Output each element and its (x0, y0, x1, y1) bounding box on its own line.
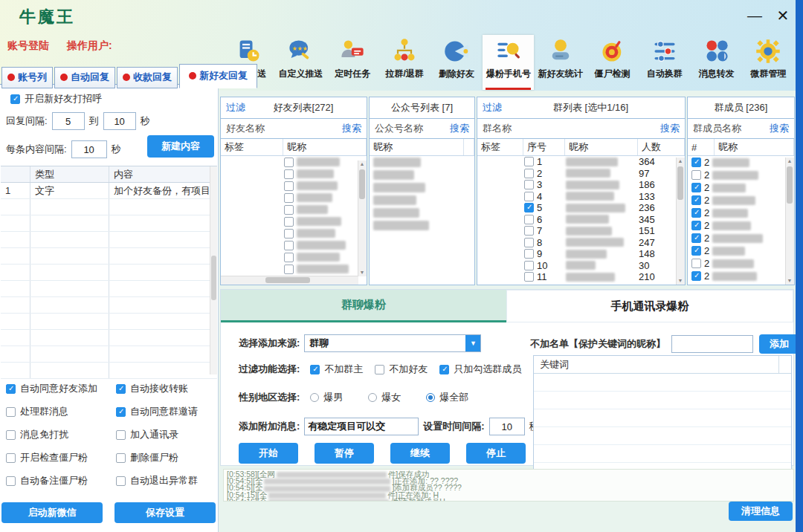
friends-search-link[interactable]: 搜索 (342, 122, 361, 135)
stop-button[interactable]: 停止 (466, 443, 526, 464)
option-checkbox[interactable] (116, 476, 126, 486)
friends-vertical-scrollbar[interactable]: ▲▼ (358, 160, 367, 276)
friend-checkbox[interactable] (284, 193, 294, 203)
tab-phone-contacts-burst[interactable]: 手机通讯录爆粉 (506, 290, 793, 322)
toolbar-item-custom-push[interactable]: ★★★自定义推送 (275, 35, 326, 90)
filter-checkbox[interactable] (439, 365, 449, 374)
toolbar-item-zombie-check[interactable]: 僵尸检测 (587, 35, 638, 90)
member-row[interactable]: 2 (688, 244, 794, 257)
option-4[interactable]: 消息免打扰 (6, 428, 116, 441)
group-checkbox[interactable] (524, 215, 534, 224)
clear-log-button[interactable]: 清理信息 (729, 502, 793, 521)
pause-button[interactable]: 暂停 (315, 443, 374, 464)
filter-checkbox[interactable] (310, 365, 320, 374)
option-5[interactable]: 加入通讯录 (116, 428, 216, 441)
account-row[interactable] (370, 207, 474, 219)
gender-option-2[interactable]: 爆全部 (426, 391, 468, 404)
gender-radio[interactable] (310, 393, 319, 402)
toolbar-item-delete-friend[interactable]: 删除好友 (431, 35, 483, 90)
member-checkbox[interactable] (691, 221, 701, 230)
option-0[interactable]: 自动同意好友添加 (6, 382, 116, 395)
friend-row[interactable] (221, 156, 367, 168)
chevron-down-icon[interactable]: ▼ (465, 335, 480, 351)
groups-filter-link[interactable]: 过滤 (483, 101, 502, 114)
table-row[interactable] (1, 232, 217, 248)
friend-checkbox[interactable] (284, 229, 294, 239)
friend-checkbox[interactable] (284, 158, 294, 167)
group-row[interactable]: 3186 (477, 179, 685, 191)
toolbar-item-auto-switch[interactable]: 自动换群 (639, 35, 690, 90)
option-2[interactable]: 处理群消息 (6, 405, 116, 418)
friend-row[interactable] (221, 251, 367, 263)
reply-interval-to-input[interactable] (103, 112, 136, 130)
table-row[interactable] (1, 330, 217, 346)
friend-checkbox[interactable] (284, 217, 294, 227)
option-checkbox[interactable] (6, 430, 16, 440)
friend-checkbox[interactable] (284, 265, 294, 274)
left-tab-1[interactable]: 自动回复 (54, 67, 115, 88)
group-checkbox[interactable] (524, 203, 534, 213)
table-row[interactable] (1, 314, 217, 330)
add-keyword-button[interactable]: 添加 (759, 334, 799, 354)
group-row[interactable]: 9148 (477, 248, 685, 260)
continue-button[interactable]: 继续 (390, 443, 450, 464)
group-checkbox[interactable] (524, 261, 534, 270)
member-checkbox[interactable] (691, 233, 701, 243)
source-select[interactable]: 群聊 ▼ (304, 334, 481, 352)
member-checkbox[interactable] (691, 259, 701, 268)
toolbar-item-pull-group[interactable]: 拉群/退群 (379, 35, 430, 90)
table-row[interactable] (1, 363, 217, 379)
content-table-scrollbar[interactable] (210, 166, 217, 374)
start-new-wechat-button[interactable]: 启动新微信 (1, 502, 103, 523)
toolbar-item-phone-explode[interactable]: 爆粉手机号 (483, 35, 534, 90)
group-row[interactable]: 5236 (477, 202, 685, 214)
friend-checkbox[interactable] (284, 205, 294, 215)
group-row[interactable]: 1364 (477, 156, 685, 168)
table-row[interactable] (1, 297, 217, 314)
account-row[interactable] (370, 181, 474, 194)
option-9[interactable]: 自动退出异常群 (116, 474, 216, 487)
group-checkbox[interactable] (524, 249, 534, 259)
member-checkbox[interactable] (691, 271, 701, 281)
option-checkbox[interactable] (6, 384, 16, 394)
friends-filter-link[interactable]: 过滤 (226, 101, 245, 114)
table-row[interactable] (1, 281, 217, 297)
filter-checkbox[interactable] (375, 365, 384, 374)
friends-horizontal-scrollbar[interactable] (221, 276, 358, 285)
group-row[interactable]: 6345 (477, 214, 685, 226)
content-interval-input[interactable] (71, 140, 107, 158)
group-checkbox[interactable] (524, 238, 534, 247)
member-row[interactable]: 2 (688, 270, 794, 282)
account-row[interactable] (370, 194, 474, 207)
left-tab-0[interactable]: 账号列 (1, 67, 53, 88)
greeting-checkbox[interactable] (10, 94, 20, 104)
option-checkbox[interactable] (116, 430, 126, 440)
member-checkbox[interactable] (691, 183, 701, 192)
members-search-link[interactable]: 搜索 (770, 122, 789, 135)
friend-checkbox[interactable] (284, 253, 294, 262)
filter-option-0[interactable]: 不加群主 (310, 363, 363, 376)
group-row[interactable]: 11210 (477, 271, 685, 283)
friend-row[interactable] (221, 227, 367, 239)
groups-vertical-scrollbar[interactable]: ▲▼ (676, 158, 685, 285)
left-tab-2[interactable]: 收款回复 (117, 67, 178, 88)
table-row[interactable] (1, 265, 217, 281)
filter-option-2[interactable]: 只加勾选群成员 (439, 363, 521, 376)
option-checkbox[interactable] (116, 453, 126, 463)
toolbar-item-msg-forward[interactable]: 消息转发 (691, 35, 742, 90)
table-row[interactable] (1, 346, 217, 363)
member-checkbox[interactable] (691, 170, 701, 180)
friend-row[interactable] (221, 239, 367, 251)
option-1[interactable]: 自动接收转账 (116, 382, 216, 395)
member-row[interactable]: 2 (688, 207, 794, 219)
left-tab-3[interactable]: 新好友回复 (179, 64, 257, 88)
member-row[interactable]: 2 (688, 257, 794, 270)
member-row[interactable]: 2 (688, 181, 794, 194)
member-row[interactable]: 2 (688, 169, 794, 181)
group-checkbox[interactable] (524, 226, 534, 236)
accounts-search-link[interactable]: 搜索 (450, 122, 469, 135)
close-button[interactable]: ✕ (770, 4, 796, 27)
option-checkbox[interactable] (116, 384, 126, 394)
new-content-button[interactable]: 新建内容 (147, 135, 214, 158)
table-row[interactable] (1, 215, 217, 232)
